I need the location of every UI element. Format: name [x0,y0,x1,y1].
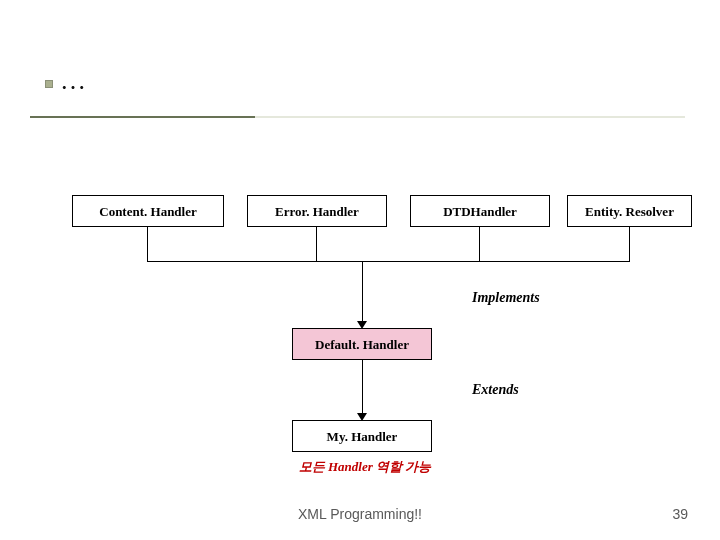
conn-line [316,227,317,261]
conn-line [147,227,148,261]
box-content-handler: Content. Handler [72,195,224,227]
box-dtd-handler: DTDHandler [410,195,550,227]
conn-line [362,360,363,415]
slide-title: … [60,66,86,96]
label-extends: Extends [472,382,519,398]
box-default-handler: Default. Handler [292,328,432,360]
footer-text: XML Programming!! [0,506,720,522]
label-note: 모든 Handler 역할 가능 [290,458,440,476]
title-underline-dark [30,116,255,118]
box-error-handler: Error. Handler [247,195,387,227]
title-bullet-icon [45,80,53,88]
conn-line [479,227,480,261]
title-underline-light [255,116,685,118]
conn-line [362,261,363,323]
conn-line [147,261,630,262]
slide-area: … Content. Handler Error. Handler DTDHan… [0,0,720,540]
label-implements: Implements [472,290,540,306]
box-entity-resolver: Entity. Resolver [567,195,692,227]
conn-line [629,227,630,261]
box-my-handler: My. Handler [292,420,432,452]
page-number: 39 [672,506,688,522]
